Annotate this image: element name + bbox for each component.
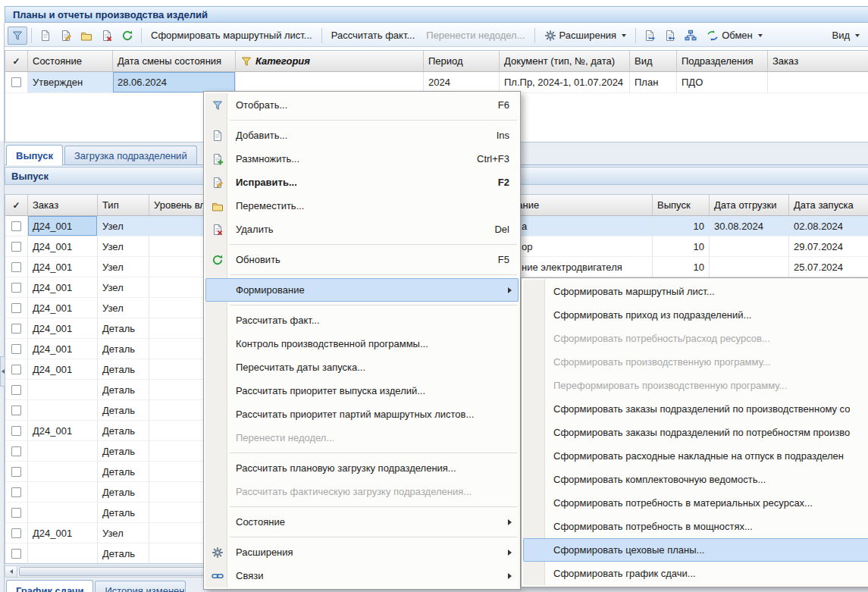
structure-button[interactable] [681, 27, 700, 45]
grid-cell[interactable] [5, 318, 28, 339]
menu-item[interactable]: Рассчитать приоритет партий маршрутных л… [205, 402, 519, 426]
row-checkbox[interactable] [11, 426, 21, 436]
column-header[interactable]: Документ (тип, №, дата) [500, 51, 630, 72]
menu-item[interactable]: Расширения [205, 540, 519, 564]
menu-item[interactable]: Рассчитать приоритет выпуска изделий... [205, 379, 519, 402]
grid-cell[interactable] [5, 257, 28, 277]
menu-item[interactable]: Сформировать приход из подразделений... [523, 303, 868, 327]
menu-item[interactable]: Связи [205, 564, 519, 587]
extensions-button[interactable]: Расширения [539, 27, 632, 45]
add-button[interactable] [36, 27, 55, 45]
grid-cell[interactable] [5, 482, 28, 503]
grid-cell[interactable]: 29.07.2024 [789, 236, 868, 257]
transfer-backlog-button[interactable]: Перенести недодел... [421, 27, 530, 45]
grid-cell[interactable]: Узел [98, 298, 149, 318]
menu-item[interactable]: Пересчитать даты запуска... [205, 356, 519, 379]
row-checkbox[interactable] [11, 549, 21, 559]
row-checkbox[interactable] [11, 385, 21, 395]
grid-cell[interactable] [236, 72, 424, 93]
grid-cell[interactable] [5, 462, 28, 482]
menu-item[interactable]: Сформировать комплектовочную ведомость..… [523, 468, 868, 491]
grid-cell[interactable]: Деталь [98, 543, 149, 564]
column-header[interactable]: Заказ [28, 195, 98, 216]
grid-cell[interactable]: Деталь [98, 503, 149, 523]
exchange-button[interactable]: Обмен [701, 27, 768, 45]
menu-item[interactable]: Состояние [205, 510, 519, 534]
scroll-left-button[interactable] [5, 566, 17, 577]
grid-cell[interactable]: 10 [653, 236, 710, 257]
row-checkbox[interactable] [11, 344, 21, 354]
grid-cell[interactable]: Д24_001 [28, 277, 98, 298]
table-row[interactable]: Утвержден28.06.20242024Пл.Пр, 2024-1, 01… [5, 72, 868, 93]
menu-item[interactable]: Сформировать график сдачи... [523, 562, 868, 585]
grid-cell[interactable]: Д24_001 [28, 339, 98, 359]
grid-cell[interactable]: 10 [653, 216, 710, 236]
menu-item[interactable]: Отобрать...F6 [205, 93, 519, 117]
grid-cell[interactable]: Д24_001 [28, 216, 98, 236]
grid-cell[interactable] [28, 482, 98, 503]
menu-item[interactable]: Добавить...Ins [205, 124, 519, 147]
grid-cell[interactable]: Д24_001 [28, 523, 98, 543]
grid-cell[interactable] [5, 359, 28, 380]
menu-item[interactable]: Сформировать потребность/расход ресурсов… [523, 327, 868, 350]
row-checkbox[interactable] [11, 283, 21, 293]
grid-cell[interactable]: Д24_001 [28, 298, 98, 318]
export-button[interactable] [640, 27, 660, 45]
column-header[interactable]: ✓ [5, 195, 28, 216]
filter-button[interactable] [8, 27, 27, 45]
create-route-sheet-button[interactable]: Сформировать маршрутный лист... [146, 27, 318, 45]
grid-cell[interactable] [710, 257, 789, 277]
grid-cell[interactable]: Узел [98, 216, 149, 236]
grid-cell[interactable]: Деталь [98, 380, 149, 400]
grid-cell[interactable] [5, 72, 28, 93]
view-button[interactable]: Вид [826, 27, 865, 45]
grid-cell[interactable] [5, 380, 28, 400]
grid-cell[interactable]: 28.06.2024 [113, 72, 236, 93]
grid-cell[interactable]: План [630, 72, 677, 93]
grid-cell[interactable]: Узел [98, 523, 149, 543]
grid-cell[interactable] [5, 543, 28, 564]
menu-item-active[interactable]: Сформировать цеховые планы... [523, 538, 868, 562]
refresh-button[interactable] [118, 27, 137, 45]
menu-item[interactable]: Перенести недодел... [205, 426, 519, 449]
menu-item[interactable]: Сформировать заказы подразделений по пот… [523, 421, 868, 444]
row-checkbox[interactable] [11, 77, 21, 87]
grid-cell[interactable] [5, 236, 28, 257]
column-header[interactable]: Тип [98, 195, 149, 216]
row-checkbox[interactable] [11, 406, 21, 415]
column-header[interactable]: Категория [236, 51, 424, 72]
menu-item[interactable]: Контроль производственной программы... [205, 332, 519, 356]
menu-item[interactable]: Сформировать маршрутный лист... [523, 280, 868, 303]
grid-cell[interactable]: ПДО [677, 72, 768, 93]
grid-cell[interactable]: Деталь [98, 400, 149, 421]
column-header[interactable]: Дата отгрузки [710, 195, 789, 216]
grid-cell[interactable]: 10 [653, 257, 710, 277]
grid-cell[interactable] [5, 216, 28, 236]
grid-cell[interactable] [5, 298, 28, 318]
menu-item[interactable]: Сформировать расходные накладные на отпу… [523, 444, 868, 468]
grid-cell[interactable] [710, 236, 789, 257]
grid-cell[interactable]: Деталь [98, 359, 149, 380]
grid-cell[interactable] [28, 462, 98, 482]
grid-cell[interactable] [28, 400, 98, 421]
grid-cell[interactable] [5, 339, 28, 359]
grid-cell[interactable] [768, 72, 868, 93]
grid-cell[interactable]: 30.08.2024 [710, 216, 789, 236]
menu-item[interactable]: Размножить...Ctrl+F3 [205, 147, 519, 171]
grid-cell[interactable]: Деталь [98, 441, 149, 462]
column-header[interactable]: Состояние [28, 51, 113, 72]
grid-cell[interactable]: Пл.Пр, 2024-1, 01.07.2024 [500, 72, 630, 93]
grid-cell[interactable] [5, 421, 28, 441]
grid-cell[interactable]: 2024 [424, 72, 500, 93]
grid-cell[interactable] [5, 441, 28, 462]
grid-cell[interactable]: Д24_001 [28, 421, 98, 441]
calculate-fact-button[interactable]: Рассчитать факт... [326, 27, 421, 45]
delete-button[interactable] [97, 27, 117, 45]
grid-cell[interactable]: Деталь [98, 421, 149, 441]
menu-item-active[interactable]: Формирование [205, 278, 519, 302]
menu-item[interactable]: Рассчитать фактическую загрузку подразде… [205, 480, 519, 503]
grid-cell[interactable]: Деталь [98, 462, 149, 482]
grid-cell[interactable]: Д24_001 [28, 257, 98, 277]
tab-istoriya-izmeneniy[interactable]: История изменений [95, 581, 186, 592]
menu-item[interactable]: УдалитьDel [205, 218, 519, 241]
